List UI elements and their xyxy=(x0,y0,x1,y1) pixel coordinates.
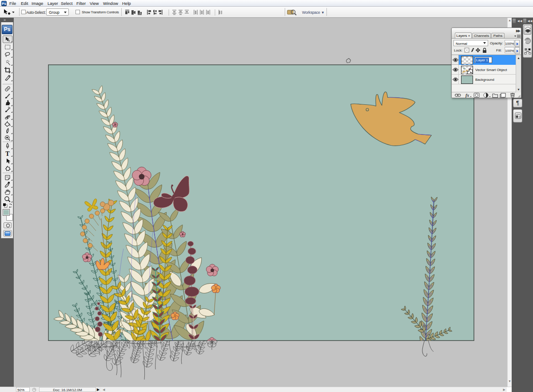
svg-text:T: T xyxy=(5,150,10,157)
svg-text:fx: fx xyxy=(465,93,469,98)
